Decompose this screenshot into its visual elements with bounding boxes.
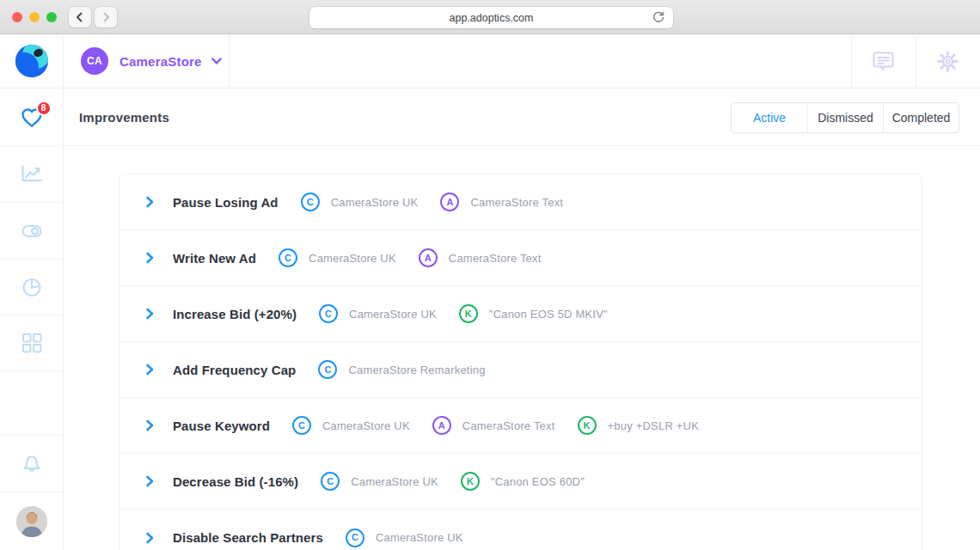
sidebar-item-reports[interactable]	[0, 260, 63, 315]
badge-letter-icon: C	[292, 416, 311, 435]
expand-chevron-icon[interactable]	[145, 251, 154, 265]
sidebar-item-analytics[interactable]	[0, 146, 63, 203]
account-selector[interactable]: CA CameraStore	[81, 34, 223, 88]
badge-label: CameraStore UK	[351, 475, 438, 488]
improvement-row[interactable]: Decrease Bid (-16%) CCameraStore UKK"Can…	[119, 454, 922, 510]
improvement-row[interactable]: Add Frequency Cap CCameraStore Remarketi…	[119, 342, 922, 398]
badge-letter-icon: A	[432, 416, 451, 435]
back-button[interactable]	[69, 7, 91, 28]
address-bar[interactable]: app.adoptics.com	[309, 7, 673, 28]
settings-button[interactable]	[916, 34, 980, 88]
badge-letter: A	[425, 254, 432, 263]
improvement-row[interactable]: Pause Losing Ad CCameraStore UKACameraSt…	[119, 174, 922, 230]
badge-letter: C	[298, 421, 305, 431]
reload-icon	[652, 10, 665, 24]
expand-chevron-icon[interactable]	[145, 195, 154, 209]
reload-button[interactable]	[652, 10, 665, 27]
improvement-title: Disable Search Partners	[173, 530, 323, 545]
app-header: CA CameraStore	[64, 34, 980, 89]
entity-badge: K"Canon EOS 5D MKIV"	[459, 304, 608, 323]
chevron-down-icon	[211, 54, 223, 70]
sidebar: 8	[0, 89, 64, 550]
bell-icon	[20, 452, 44, 476]
improvements-card: Pause Losing Ad CCameraStore UKACameraSt…	[119, 174, 922, 550]
page-title: Improvements	[79, 89, 169, 145]
tab-active[interactable]: Active	[732, 103, 807, 132]
improvements-list: Pause Losing Ad CCameraStore UKACameraSt…	[119, 174, 922, 550]
entity-badge: ACameraStore Text	[440, 192, 563, 211]
badge-letter-icon: C	[318, 360, 337, 379]
forward-button[interactable]	[95, 7, 117, 28]
badge-label: CameraStore UK	[331, 196, 419, 209]
toggle-icon	[20, 219, 44, 243]
entity-badge: ACameraStore Text	[432, 416, 555, 435]
improvement-row[interactable]: Write New Ad CCameraStore UKACameraStore…	[119, 230, 922, 286]
entity-badge: ACameraStore Text	[419, 248, 542, 267]
badge-letter-icon: C	[321, 472, 340, 491]
expand-chevron-icon[interactable]	[145, 363, 154, 376]
expand-chevron-icon[interactable]	[145, 307, 154, 321]
adoptics-logo[interactable]	[15, 45, 48, 77]
badge-label: CameraStore UK	[322, 419, 410, 432]
sidebar-item-apps[interactable]	[0, 315, 63, 371]
pie-chart-icon	[20, 275, 44, 299]
badge-label: CameraStore Text	[462, 419, 555, 432]
chevron-left-icon	[74, 11, 86, 23]
badge-letter: A	[446, 198, 453, 207]
badge-letter: C	[327, 477, 334, 486]
account-avatar: CA	[81, 47, 108, 75]
minimize-window-button[interactable]	[29, 12, 40, 22]
badge-letter-icon: A	[419, 248, 438, 267]
expand-chevron-icon[interactable]	[145, 419, 154, 432]
badge-letter: C	[285, 254, 291, 263]
badge-letter: K	[465, 309, 472, 319]
logo-cell	[0, 34, 64, 89]
improvement-title: Pause Losing Ad	[173, 195, 279, 210]
badge-letter: C	[307, 198, 314, 207]
badge-label: +buy +DSLR +UK	[608, 419, 700, 432]
zoom-window-button[interactable]	[46, 12, 57, 22]
badge-letter-icon: K	[459, 304, 478, 323]
sidebar-item-improvements[interactable]: 8	[0, 89, 63, 146]
badge-label: CameraStore Text	[449, 252, 542, 265]
expand-chevron-icon[interactable]	[145, 474, 154, 488]
badge-label: CameraStore Remarketing	[348, 364, 485, 376]
user-avatar	[16, 506, 47, 537]
entity-badge: CCameraStore Remarketing	[318, 360, 485, 379]
badge-label: CameraStore UK	[309, 252, 396, 265]
badge-letter-icon: A	[440, 192, 459, 211]
improvement-row[interactable]: Increase Bid (+20%) CCameraStore UKK"Can…	[119, 286, 922, 342]
improvement-row[interactable]: Pause Keyword CCameraStore UKACameraStor…	[119, 398, 922, 454]
badge-letter-icon: C	[319, 304, 338, 323]
account-name: CameraStore	[119, 54, 202, 69]
sidebar-item-notifications[interactable]	[0, 436, 63, 492]
badge-letter: C	[325, 309, 332, 319]
badge-letter: A	[438, 421, 445, 431]
close-window-button[interactable]	[12, 12, 22, 22]
gear-icon	[936, 50, 959, 73]
tab-dismissed[interactable]: Dismissed	[807, 103, 883, 132]
badge-letter-icon: K	[578, 416, 597, 435]
entity-badge: CCameraStore UK	[321, 472, 438, 491]
chat-icon	[872, 50, 895, 73]
tab-completed[interactable]: Completed	[883, 103, 959, 132]
messages-button[interactable]	[851, 34, 916, 88]
badge-label: CameraStore UK	[376, 531, 463, 544]
sidebar-item-profile[interactable]	[0, 492, 63, 550]
grid-icon	[20, 331, 44, 355]
badge-letter: C	[324, 365, 331, 375]
sidebar-spacer	[0, 371, 63, 436]
url-text: app.adoptics.com	[450, 12, 534, 24]
entity-badge: CCameraStore UK	[279, 248, 396, 267]
sidebar-item-automations[interactable]	[0, 203, 63, 260]
improvement-row[interactable]: Disable Search Partners CCameraStore UK	[119, 510, 922, 550]
badge-letter-icon: K	[461, 472, 480, 491]
badge-letter-icon: C	[346, 529, 364, 547]
entity-badge: CCameraStore UK	[292, 416, 410, 435]
expand-chevron-icon[interactable]	[145, 531, 154, 545]
notification-count-badge: 8	[36, 101, 52, 116]
improvement-title: Write New Ad	[173, 251, 256, 266]
badge-label: CameraStore Text	[470, 196, 563, 209]
badge-letter: K	[584, 421, 591, 431]
badge-label: "Canon EOS 60D"	[491, 475, 585, 488]
